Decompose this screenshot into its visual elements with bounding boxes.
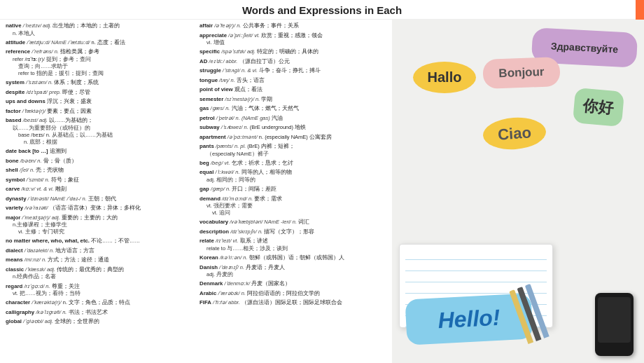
right-column: affair /əˈfeə(r)/ n. 公共事务；事件；关系appreciat…: [200, 22, 386, 360]
word-entry: native /ˈneɪtɪv/ adj. 出生地的；本地的；土著的n. 本地人: [6, 22, 192, 37]
word-entry: date back [to …] 追溯到: [6, 148, 192, 156]
word-main: means: [6, 256, 23, 263]
word-main: FIFA: [200, 299, 211, 306]
word-sub: 以……为重要部分（或特征）的: [6, 125, 192, 132]
word-def: 尊重；关注: [52, 283, 80, 289]
word-entry: symbol /ˈsɪmbl/ n. 符号；象征: [6, 177, 192, 184]
left-column: native /ˈneɪtɪv/ adj. 出生地的；本地的；土著的n. 本地人…: [6, 22, 192, 360]
word-entry: dialect /ˈdaɪəlekt/ n. 地方语言；方言: [6, 247, 192, 255]
word-phonetic: /ɡæp/ n.: [211, 186, 230, 192]
word-phonetic: /bəʊn/ n.: [20, 158, 42, 164]
word-def: (BrE) 内裤；短裤；: [247, 143, 295, 149]
word-sub: adj. 相同的；同等的: [200, 177, 386, 184]
word-sub: refer /rɪˈfɜː(r)/ 提到；参考；查问: [6, 56, 192, 63]
word-main: calligraphy: [6, 309, 34, 315]
word-phonetic: /ʃel/ n.: [20, 167, 34, 173]
phone: [595, 293, 634, 356]
word-phonetic: /ˈdenmɑːk/: [224, 280, 250, 287]
word-entry: FIFA /ˈfiːfə/ abbr. （源自法语）国际足联；国际足球联合会: [200, 299, 386, 307]
word-main: bone: [6, 158, 19, 164]
word-main: variety: [6, 205, 23, 211]
word-main: relate: [200, 238, 214, 244]
word-entry: based /beɪst/ adj. 以……为基础的；以……为重要部分（或特征）…: [6, 117, 192, 146]
word-phonetic: /ˈmeɪdʒə(r)/ adj.: [22, 214, 59, 221]
word-main: dynasty: [6, 196, 26, 202]
word-entry: relate /rɪˈleɪt/ vt. 取系；讲述relate to 与……相…: [200, 238, 386, 252]
words-section: native /ˈneɪtɪv/ adj. 出生地的；本地的；土著的n. 本地人…: [0, 20, 392, 363]
word-phonetic: /pænts/ n. pl.: [216, 143, 246, 149]
word-def: （语言·语言体）变体；异体；多样化: [50, 205, 141, 211]
word-main: despite: [6, 89, 24, 95]
word-def: 开口；间隔；差距: [232, 186, 276, 192]
word-def: n. 态度；看法: [92, 39, 125, 46]
word-main: attitude: [6, 39, 25, 46]
word-main: major: [6, 214, 20, 221]
word-phonetic: /dɪˈspaɪt/ prep.: [26, 89, 61, 95]
word-main: Arabic: [200, 290, 216, 296]
word-def: 舌头；语言: [237, 77, 265, 83]
word-entry: major /ˈmeɪdʒə(r)/ adj. 重要的；主要的；大的n.主修课程…: [6, 214, 192, 236]
word-sub: n. 本地人: [6, 30, 192, 37]
word-def: 壳；壳状物: [36, 167, 64, 173]
notebook-line: [405, 250, 547, 260]
word-def: （源自拉丁语）公元: [239, 58, 290, 64]
word-phonetic: /sɪˈmestə(r)/ n.: [225, 96, 260, 102]
word-entry: means /miːnz/ n. 方式；方法；途径；通道: [6, 256, 192, 264]
word-def: n. 文字；角色；品质；特点: [63, 299, 130, 306]
word-def: 即使；尽管: [62, 89, 90, 95]
word-main: factor: [6, 108, 21, 114]
word-entry: gas /ɡæs/ n. 汽油；气体；燃气；天然气: [200, 105, 386, 113]
main-content: native /ˈneɪtɪv/ adj. 出生地的；本地的；土著的n. 本地人…: [0, 20, 644, 363]
word-entry: struggle /ˈstrʌɡl/ n. & vi. 斗争；奋斗；挣扎；搏斗: [200, 67, 386, 75]
word-phonetic: /kəˈriːən/ n.: [220, 254, 248, 261]
word-sub: vi. 主修；专门研究: [6, 228, 192, 235]
word-phonetic: /rɪˈɡɑːd/ n.: [24, 283, 50, 289]
word-entry: description /dɪˈskrɪpʃn/ n. 描写（文字）；形容: [200, 228, 386, 236]
word-def: （源自法语）国际足联；国际足球联合会: [241, 299, 342, 306]
word-def: 雕刻: [55, 186, 66, 192]
image-background: Здравствуйте Hallo Bonjour 你好 Ciao Hello…: [392, 20, 644, 363]
word-sub: n. 底部；根据: [6, 139, 192, 146]
word-main: date back [to …]: [6, 148, 48, 154]
word-sub: refer to 指的是；援引；提到；查阅: [6, 70, 192, 77]
word-def: 体系；制度；系统: [54, 79, 99, 85]
word-main: classic: [6, 266, 24, 273]
word-phonetic: /əˈpɑːtmənt/: [227, 134, 258, 140]
word-main: semester: [200, 96, 223, 102]
word-phonetic: /ˈpetrəl/ n. (NAmE gas): [216, 115, 270, 121]
word-main: petrol: [200, 115, 215, 121]
word-phonetic: /ˈiːkwəl/ n.: [215, 169, 239, 175]
word-def: 浮沉；兴衰；盛衰: [47, 98, 92, 104]
word-phonetic: /ˈneɪtɪv/ adj.: [23, 22, 52, 29]
bubble-nihao: 你好: [573, 88, 624, 127]
word-entry: Korean /kəˈriːən/ n. 朝鲜（或韩国）语；朝鲜（或韩国）人: [200, 254, 386, 262]
word-def: 全球的；全世界的: [55, 318, 99, 324]
word-main: point of view: [200, 86, 233, 93]
word-entry: gap /ɡæp/ n. 开口；间隔；差距: [200, 186, 386, 193]
word-def: 词汇: [298, 219, 309, 225]
word-main: struggle: [200, 67, 221, 74]
word-phonetic: /əˈfeə(r)/ n.: [214, 22, 241, 29]
word-phonetic: /ˈdɪnəsti/ NAmE /ˈdaɪ-/ n.: [28, 196, 87, 202]
word-sub: 查询；向……求助于: [6, 63, 192, 70]
word-phonetic: /ˈfæktə(r)/: [22, 108, 46, 114]
word-phonetic: /ˈklæsɪk/ adj.: [25, 266, 55, 273]
word-entry: variety /vəˈraɪəti/ （语言·语言体）变体；异体；多样化: [6, 205, 192, 212]
word-sub: base /beɪs/ n. 从基础点；以……为基础: [6, 132, 192, 139]
word-sub: n.主修课程；主修学生: [6, 221, 192, 228]
word-phonetic: /ˈkærəktə(r)/: [31, 299, 61, 306]
word-entry: bone /bəʊn/ n. 骨；骨（质）: [6, 158, 192, 165]
word-phonetic: /dɪˈmɑːnd/ n.: [222, 196, 253, 202]
word-entry: apartment /əˈpɑːtmənt/ n. (especially NA…: [200, 134, 386, 142]
word-def: 要求；需求: [254, 196, 282, 202]
word-def: 特定的；明确的；具体的: [257, 48, 318, 55]
word-def: 地方语言；方言: [55, 247, 94, 254]
word-phonetic: /spəˈsɪfɪk/ adj.: [221, 48, 255, 55]
word-sub: vt. 追问: [200, 210, 386, 217]
word-main: pants: [200, 143, 214, 149]
word-entry: character /ˈkærəktə(r)/ n. 文字；角色；品质；特点: [6, 299, 192, 307]
word-entry: tongue /tʌŋ/ n. 舌头；语言: [200, 77, 386, 85]
word-def: 公共事务；事件；关系: [243, 22, 299, 29]
notebook-line: [405, 261, 547, 271]
word-main: Denmark: [200, 280, 223, 287]
